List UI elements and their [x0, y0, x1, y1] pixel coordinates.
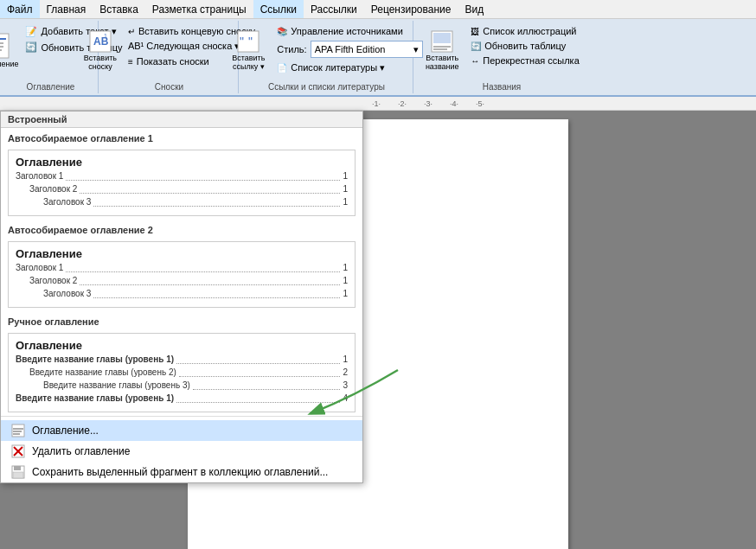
cross-ref-icon: ↔ [471, 56, 479, 66]
menu-home[interactable]: Главная [40, 0, 93, 18]
save-toc-item[interactable]: Сохранить выделенный фрагмент в коллекци… [1, 462, 362, 482]
insert-citation-button[interactable]: " " Вставитьссылку ▾ [226, 24, 271, 76]
insert-endnote-icon: ↵ [128, 27, 135, 36]
entry-dots [66, 171, 340, 181]
citation-icon: " " [236, 29, 260, 54]
entry-label: Заголовок 3 [43, 197, 91, 209]
entry-label: Введите название главы (уровень 1) [16, 354, 174, 367]
svg-rect-25 [13, 472, 23, 478]
cross-ref-button[interactable]: ↔ Перекрестная ссылка [466, 54, 584, 67]
menu-mailing[interactable]: Рассылки [304, 0, 364, 18]
auto-toc1-entry-1: Заголовок 1 1 [16, 171, 348, 183]
captions-section-label: Названия [415, 82, 588, 92]
menu-layout[interactable]: Разметка страницы [145, 0, 253, 18]
bibliography-label: Список литературы ▾ [291, 62, 385, 73]
auto-toc1-entry-3: Заголовок 3 1 [16, 197, 348, 209]
entry-dots [80, 276, 340, 285]
auto-toc2-entry-2: Заголовок 2 1 [16, 276, 348, 288]
show-notes-label: Показать сноски [137, 56, 209, 67]
toc-settings-label: Оглавление... [32, 425, 99, 437]
entry-label: Заголовок 1 [16, 171, 63, 183]
style-selector[interactable]: Стиль: APA Fifth Edition ▾ [272, 39, 426, 60]
manage-sources-label: Управление источниками [291, 26, 402, 36]
delete-toc-item[interactable]: Удалить оглавление [1, 441, 362, 462]
auto-toc2-title: Автособираемое оглавление 2 [1, 220, 362, 238]
ruler: ·1· ·2· ·3· ·4· ·5· [0, 97, 756, 111]
dropdown-header: Встроенный [1, 112, 362, 128]
footnote-icon: AB 1 [88, 29, 112, 54]
bibliography-button[interactable]: 📄 Список литературы ▾ [272, 61, 426, 75]
caption-icon [430, 29, 454, 54]
update-table-icon: 🔄 [25, 41, 37, 53]
captions-small-group: 🖼 Список иллюстраций 🔄 Обновить таблицу … [466, 24, 584, 67]
manual-toc-title: Ручное оглавление [1, 311, 362, 329]
footnotes-ribbon-section: AB 1 Вставитьсноску ↵ Вставить концевую … [100, 21, 239, 93]
menu-links[interactable]: Ссылки [253, 0, 304, 18]
update-table2-label: Обновить таблицу [484, 41, 566, 51]
footnotes-section-label: Сноски [100, 82, 238, 92]
dropdown-divider [1, 416, 362, 417]
auto-toc2-entry-3: Заголовок 3 1 [16, 289, 348, 301]
manual-toc-preview[interactable]: Оглавление Введите название главы (урове… [8, 333, 356, 412]
entry-label: Заголовок 2 [29, 276, 77, 288]
toc-settings-item[interactable]: Оглавление... [1, 420, 362, 441]
entry-label: Заголовок 3 [43, 289, 91, 301]
citations-ribbon-section: " " Вставитьссылку ▾ 📚 Управление источн… [240, 21, 413, 93]
manage-sources-icon: 📚 [277, 27, 287, 36]
auto-toc1-preview[interactable]: Оглавление Заголовок 1 1 Заголовок 2 1 З… [8, 150, 356, 216]
next-footnote-label: AB¹ Следующая сноска ▾ [128, 41, 240, 52]
auto-toc1-entry-2: Заголовок 2 1 [16, 184, 348, 196]
save-toc-icon [11, 465, 25, 479]
entry-page: 1 [343, 171, 348, 183]
fig-list-button[interactable]: 🖼 Список иллюстраций [466, 24, 584, 38]
manual-toc-entry-4: Введите название главы (уровень 1) 4 [16, 393, 348, 405]
fig-list-label: Список иллюстраций [483, 26, 576, 36]
svg-rect-13 [433, 33, 451, 43]
insert-footnote-button[interactable]: AB 1 Вставитьсноску [79, 24, 122, 76]
entry-page: 1 [343, 263, 348, 275]
citations-section-label: Ссылки и списки литературы [240, 82, 413, 92]
entry-dots [176, 354, 340, 364]
delete-toc-icon [11, 444, 25, 458]
entry-label: Заголовок 2 [29, 184, 77, 196]
auto-toc1-heading: Оглавление [16, 156, 348, 169]
menu-review[interactable]: Рецензирование [364, 0, 458, 18]
update-table2-button[interactable]: 🔄 Обновить таблицу [466, 39, 584, 53]
entry-dots [80, 184, 340, 194]
entry-dots [93, 289, 340, 298]
entry-page: 1 [343, 184, 348, 196]
toc-dropdown-panel: Встроенный Автособираемое оглавление 1 О… [0, 111, 363, 483]
style-label: Стиль: [277, 44, 306, 54]
auto-toc1-title: Автособираемое оглавление 1 [1, 128, 362, 146]
svg-text:": " [248, 35, 253, 48]
save-toc-label: Сохранить выделенный фрагмент в коллекци… [32, 466, 328, 478]
entry-label: Введите название главы (уровень 3) [43, 380, 190, 393]
toc-button-label: Оглавление [0, 60, 19, 68]
toc-button[interactable]: Оглавление [0, 24, 19, 76]
cross-ref-label: Перекрестная ссылка [483, 55, 580, 66]
entry-label: Введите название главы (уровень 1) [16, 393, 174, 405]
menubar: Файл Главная Вставка Разметка страницы С… [0, 0, 756, 19]
entry-page: 1 [343, 197, 348, 209]
svg-text:1: 1 [104, 33, 107, 39]
insert-caption-button[interactable]: Вставитьназвание [420, 24, 464, 76]
auto-toc2-entry-1: Заголовок 1 1 [16, 263, 348, 275]
entry-dots [176, 393, 340, 403]
entry-page: 1 [343, 289, 348, 301]
manage-sources-button[interactable]: 📚 Управление источниками [272, 24, 426, 38]
add-text-icon: 📝 [25, 26, 37, 37]
auto-toc2-preview[interactable]: Оглавление Заголовок 1 1 Заголовок 2 1 З… [8, 241, 356, 308]
menu-file[interactable]: Файл [0, 0, 40, 18]
style-dropdown[interactable]: APA Fifth Edition ▾ [311, 41, 423, 58]
insert-caption-label: Вставитьназвание [426, 54, 459, 71]
citations-inner: " " Вставитьссылку ▾ 📚 Управление источн… [226, 24, 426, 90]
menu-insert[interactable]: Вставка [93, 0, 145, 18]
toc-icon [0, 32, 10, 60]
ribbon: Оглавление 📝 Добавить текст ▾ 🔄 Обновить… [0, 19, 756, 97]
menu-view[interactable]: Вид [458, 0, 490, 18]
delete-toc-label: Удалить оглавление [32, 445, 130, 457]
entry-dots [179, 367, 341, 377]
entry-page: 2 [343, 367, 348, 380]
entry-page: 3 [343, 380, 348, 393]
manual-toc-entry-1: Введите название главы (уровень 1) 1 [16, 354, 348, 367]
